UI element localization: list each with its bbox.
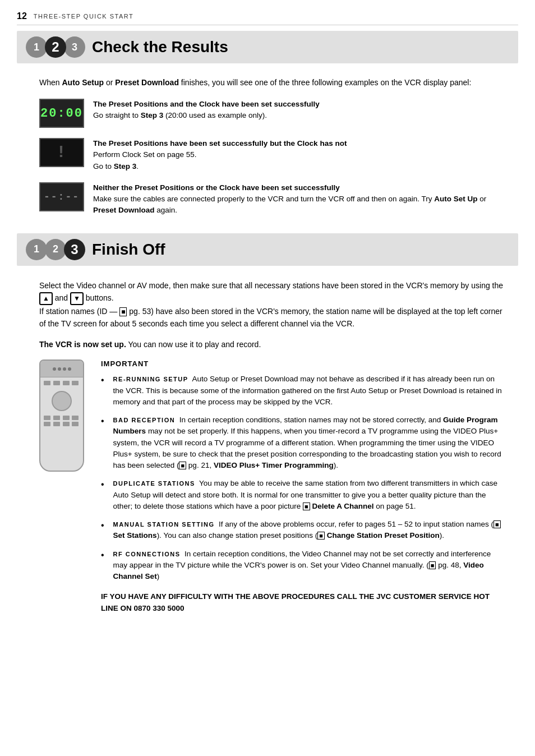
- remote-btn-6: [53, 416, 60, 420]
- bullet-text-2: BAD RECEPTION In certain reception condi…: [113, 414, 507, 471]
- step3-circle-2: 2: [45, 239, 66, 260]
- bullet-text-1: RE‑RUNNING SETUP Auto Setup or Preset Do…: [113, 374, 507, 408]
- remote-btn-5: [44, 416, 50, 420]
- important-title: IMPORTANT: [101, 359, 507, 368]
- step2-intro: When Auto Setup or Preset Download finis…: [39, 77, 507, 89]
- step3-circles: 1 2 3: [26, 239, 83, 260]
- bullet-item-2: BAD RECEPTION In certain reception condi…: [101, 414, 507, 471]
- bullet-label-3: DUPLICATE STATIONS: [113, 480, 195, 487]
- step-circle-2: 2: [45, 36, 66, 58]
- bullet-text-3: DUPLICATE STATIONS You may be able to re…: [113, 478, 507, 512]
- result-bold-3: Neither the Preset Positions or the Cloc…: [93, 183, 340, 192]
- step3-circle-3: 3: [64, 239, 85, 260]
- remote-btn-7: [63, 416, 70, 420]
- remote-btn-9: [44, 422, 50, 426]
- step3-header: 1 2 3 Finish Off: [17, 233, 518, 266]
- page-header: 12 THREE-STEP QUICK START: [17, 11, 518, 25]
- remote-top: [40, 361, 83, 377]
- result-item-2: ! The Preset Positions have been set suc…: [39, 138, 507, 172]
- page-number: 12: [17, 11, 27, 21]
- display-box-3: --:--: [39, 182, 84, 211]
- remote-btn-4: [72, 381, 79, 385]
- bullet-item-5: RF CONNECTIONS In certain reception cond…: [101, 548, 507, 583]
- display-box-2: !: [39, 138, 84, 167]
- vcr-set-text: The VCR is now set up. You can now use i…: [39, 338, 507, 351]
- remote-dot-4: [68, 367, 71, 371]
- remote-dot-2: [58, 367, 61, 371]
- display-box-1: 20:00: [39, 99, 84, 128]
- step2-circles: 1 2 3: [26, 36, 83, 58]
- page-subtitle: THREE-STEP QUICK START: [34, 13, 133, 20]
- result-bold-2: The Preset Positions have been set succe…: [93, 139, 347, 147]
- result-item-3: --:-- Neither the Preset Positions or th…: [39, 182, 507, 216]
- step3-circle-1: 1: [26, 239, 47, 260]
- bullet-list: RE‑RUNNING SETUP Auto Setup or Preset Do…: [101, 374, 507, 582]
- remote-btn-3: [63, 381, 70, 385]
- step-circle-3: 3: [64, 36, 85, 58]
- bullet-label-4: MANUAL STATION SETTING: [113, 521, 215, 528]
- bullet-label-1: RE‑RUNNING SETUP: [113, 376, 188, 382]
- result-text-3: Neither the Preset Positions or the Cloc…: [93, 182, 507, 216]
- hotline-text: IF YOU HAVE ANY DIFFICULTY WITH THE ABOV…: [101, 591, 507, 614]
- bullet-text-5: RF CONNECTIONS In certain reception cond…: [113, 548, 507, 583]
- step3-intro: Select the Video channel or AV mode, the…: [39, 279, 507, 330]
- bullet-label-2: BAD RECEPTION: [113, 417, 176, 423]
- step2-content: When Auto Setup or Preset Download finis…: [17, 77, 518, 216]
- step3-title: Finish Off: [92, 241, 165, 259]
- remote-dial: [52, 391, 72, 411]
- bullet-item-4: MANUAL STATION SETTING If any of the abo…: [101, 519, 507, 542]
- bullet-label-5: RF CONNECTIONS: [113, 551, 181, 557]
- important-section: IMPORTANT RE‑RUNNING SETUP Auto Setup or…: [39, 359, 507, 614]
- remote-btn-11: [63, 422, 70, 426]
- step-circle-1: 1: [26, 36, 47, 58]
- step3-content: Select the Video channel or AV mode, the…: [17, 279, 518, 614]
- result-item-1: 20:00 The Preset Positions and the Clock…: [39, 99, 507, 128]
- remote-btn-2: [53, 381, 60, 385]
- step2-header: 1 2 3 Check the Results: [17, 31, 518, 63]
- remote-btn-10: [53, 422, 60, 426]
- bullet-text-4: MANUAL STATION SETTING If any of the abo…: [113, 519, 507, 542]
- result-bold-1: The Preset Positions and the Clock have …: [93, 100, 320, 108]
- remote-dot-1: [53, 367, 56, 371]
- remote-btn-12: [72, 422, 79, 426]
- important-content: IMPORTANT RE‑RUNNING SETUP Auto Setup or…: [101, 359, 507, 614]
- vcr-set-label: The VCR is now set up.: [39, 340, 126, 349]
- remote-buttons-top: [40, 377, 83, 389]
- bullet-item-1: RE‑RUNNING SETUP Auto Setup or Preset Do…: [101, 374, 507, 408]
- arrow-down-icon: [70, 292, 84, 305]
- step2-title: Check the Results: [92, 38, 228, 56]
- result-text-1: The Preset Positions and the Clock have …: [93, 99, 507, 122]
- result-text-2: The Preset Positions have been set succe…: [93, 138, 507, 172]
- remote-btn-8: [72, 416, 79, 420]
- bullet-item-3: DUPLICATE STATIONS You may be able to re…: [101, 478, 507, 512]
- remote-btn-1: [44, 381, 50, 385]
- remote-graphic: [39, 359, 84, 472]
- page: 12 THREE-STEP QUICK START 1 2 3 Check th…: [0, 0, 535, 625]
- remote-image: [39, 359, 90, 614]
- arrow-up-icon: [39, 292, 53, 305]
- remote-buttons-lower: [40, 413, 83, 428]
- remote-dot-3: [63, 367, 66, 371]
